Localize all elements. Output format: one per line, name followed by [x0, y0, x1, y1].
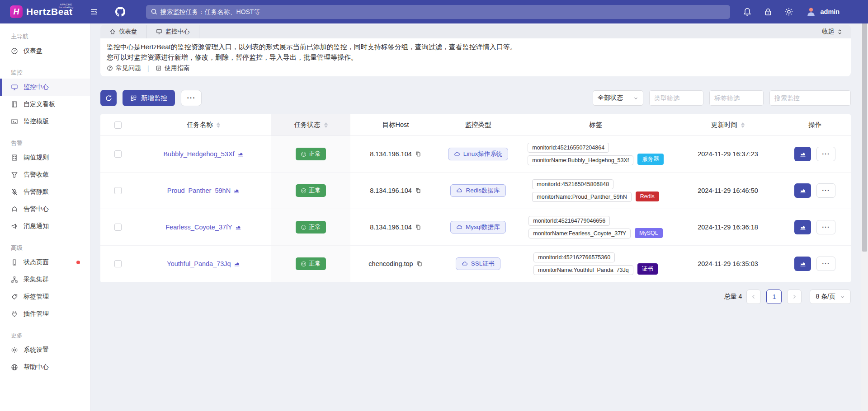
funnel-icon [11, 171, 18, 178]
host-value: chencoding.top [368, 260, 413, 267]
tag-filter-input[interactable] [709, 90, 764, 106]
sidebar-item-dashboard[interactable]: 仪表盘 [0, 42, 90, 60]
sidebar-item-collector-cluster[interactable]: 采集集群 [0, 271, 90, 288]
copy-icon[interactable] [416, 261, 423, 267]
monitor-type-tag[interactable]: Linux操作系统 [448, 148, 508, 160]
smile-icon [301, 151, 307, 157]
document-icon [156, 65, 162, 71]
brand-logo[interactable]: H HertzBeat APACHEIncubating [10, 5, 73, 18]
chart-detail-button[interactable] [794, 183, 811, 198]
row-more-button[interactable]: ··· [816, 257, 835, 271]
row-checkbox[interactable] [114, 224, 122, 231]
add-monitor-button[interactable]: 新增监控 [123, 90, 175, 106]
github-icon[interactable] [115, 7, 125, 17]
monitor-type-tag[interactable]: Redis数据库 [450, 184, 505, 197]
brand-logo-icon: H [10, 5, 23, 18]
table-row: Bubbly_Hedgehog_53Xf 正常 8.134.196.104 Li… [100, 136, 851, 173]
monitor-name-link[interactable]: Youthful_Panda_73Jq [167, 260, 240, 267]
search-input[interactable] [146, 5, 730, 19]
status-page-icon [11, 259, 18, 266]
row-more-button[interactable]: ··· [816, 147, 835, 161]
monitor-name-link[interactable]: Proud_Panther_59hN [167, 187, 240, 194]
sidebar-item-tag-manage[interactable]: 标签管理 [0, 288, 90, 305]
sidebar: 主导航 仪表盘 监控 监控中心 自定义看板 监控模版 告警 阈值规则 告警收敛 [0, 23, 90, 411]
sidebar-item-alert-silence[interactable]: 告警静默 [0, 183, 90, 201]
more-actions-button[interactable]: ··· [181, 90, 202, 106]
col-actions: 操作 [808, 121, 821, 129]
guide-link[interactable]: 使用指南 [156, 64, 190, 72]
copy-icon[interactable] [415, 187, 421, 194]
sort-time[interactable] [741, 122, 745, 128]
host-value: 8.134.196.104 [370, 224, 412, 231]
plugin-icon [11, 310, 18, 318]
app-add-icon [130, 95, 137, 102]
row-checkbox[interactable] [114, 187, 122, 194]
chart-detail-button[interactable] [794, 220, 811, 234]
copy-icon[interactable] [415, 151, 421, 157]
chart-icon [237, 151, 244, 157]
sidebar-item-alert-converge[interactable]: 告警收敛 [0, 166, 90, 183]
monitor-icon [11, 84, 18, 91]
sort-status[interactable] [324, 122, 328, 128]
chart-icon [235, 224, 241, 230]
total-count: 总量 4 [724, 293, 742, 301]
page-size-select[interactable]: 8 条/页 [810, 290, 851, 304]
collapse-toggle[interactable]: 收起 [822, 25, 851, 38]
sidebar-item-custom-board[interactable]: 自定义看板 [0, 96, 90, 113]
area-chart-icon [799, 260, 807, 267]
sort-name[interactable] [217, 122, 220, 128]
sidebar-item-system-settings[interactable]: 系统设置 [0, 341, 90, 359]
menu-fold-icon[interactable] [90, 8, 98, 16]
bell-icon[interactable] [743, 7, 752, 16]
page-number-current[interactable]: 1 [766, 290, 782, 304]
user-menu[interactable]: admin [805, 6, 840, 18]
area-chart-icon [799, 187, 807, 194]
monitor-name-link[interactable]: Bubbly_Hedgehog_53Xf [163, 150, 243, 158]
sidebar-item-alert-center[interactable]: 告警中心 [0, 201, 90, 218]
row-checkbox[interactable] [114, 150, 122, 158]
sidebar-item-help-center[interactable]: 帮助中心 [0, 359, 90, 376]
monitor-name-tag: monitorName:Proud_Panther_59hN [532, 192, 631, 202]
status-filter-select[interactable]: 全部状态 [593, 90, 643, 106]
window-scrollbar[interactable]: ▲ [861, 0, 868, 411]
monitor-type-tag[interactable]: Mysql数据库 [450, 221, 506, 234]
monitor-table: 任务名称 任务状态 目标Host 监控类型 标签 更新时间 操作 Bubbly_… [100, 114, 851, 282]
faq-link[interactable]: 常见问题 [107, 64, 141, 72]
main-content: 仪表盘 监控中心 收起 监控中心是HertzBeat的监控资源管理入口，以列表的… [90, 23, 861, 411]
custom-tag: 证书 [637, 263, 658, 275]
next-page-button[interactable] [787, 290, 802, 304]
chevron-right-icon [792, 294, 797, 299]
area-chart-icon [799, 150, 807, 158]
copy-icon[interactable] [415, 224, 421, 230]
chart-detail-button[interactable] [794, 257, 811, 271]
monitor-type-tag[interactable]: SSL证书 [456, 257, 501, 270]
settings-icon [11, 346, 18, 354]
gear-icon[interactable] [784, 7, 793, 16]
chart-detail-button[interactable] [794, 147, 811, 161]
row-checkbox[interactable] [114, 260, 122, 267]
cloud-icon [456, 187, 462, 194]
monitor-search-input[interactable] [769, 90, 851, 106]
sidebar-item-threshold-rules[interactable]: 阈值规则 [0, 149, 90, 166]
intro-line-2: 您可以对监控资源进行新增，修改，删除，暂停监控，导入导出，批量管理等操作。 [107, 52, 844, 62]
sidebar-item-notification[interactable]: 消息通知 [0, 218, 90, 235]
template-icon [11, 118, 18, 125]
row-more-button[interactable]: ··· [816, 183, 835, 198]
scrollbar-thumb[interactable] [862, 8, 867, 252]
refresh-button[interactable] [100, 90, 117, 106]
prev-page-button[interactable] [746, 290, 761, 304]
monitor-name-link[interactable]: Fearless_Coyote_37fY [165, 224, 241, 231]
tab-dashboard[interactable]: 仪表盘 [100, 25, 147, 38]
type-filter-input[interactable] [649, 90, 703, 106]
gauge-icon [11, 47, 18, 55]
sidebar-item-monitor-center[interactable]: 监控中心 [0, 79, 90, 96]
global-search [146, 5, 730, 19]
row-more-button[interactable]: ··· [816, 220, 835, 234]
select-all-checkbox[interactable] [114, 121, 122, 129]
tab-monitor-center[interactable]: 监控中心 [147, 25, 199, 38]
sidebar-item-plugin-manage[interactable]: 插件管理 [0, 305, 90, 322]
lock-icon[interactable] [764, 7, 773, 16]
sidebar-item-status-page[interactable]: 状态页面 [0, 254, 90, 271]
sidebar-item-monitor-template[interactable]: 监控模版 [0, 113, 90, 130]
threshold-icon [11, 154, 18, 161]
